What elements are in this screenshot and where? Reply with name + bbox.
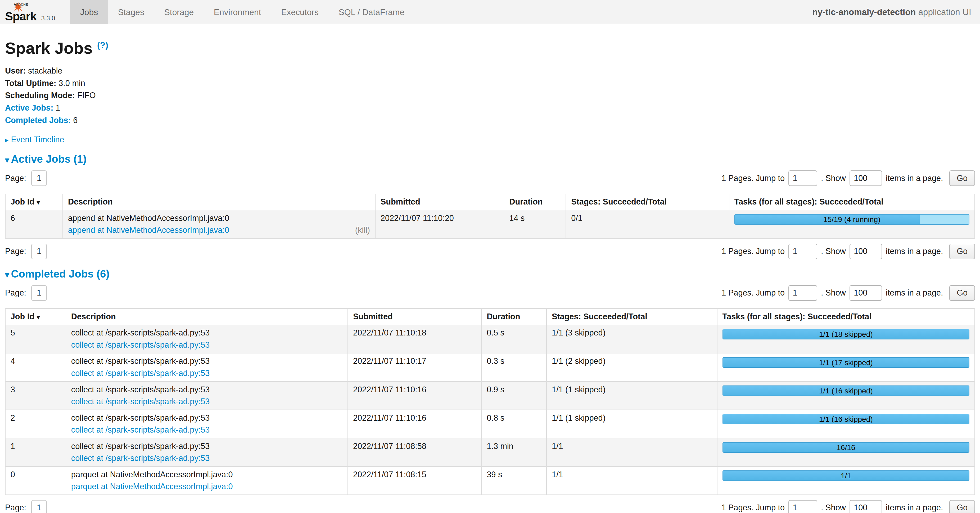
cell-description: collect at /spark-scripts/spark-ad.py:53… bbox=[66, 381, 348, 410]
cell-submitted: 2022/11/07 11:10:16 bbox=[348, 381, 481, 410]
cell-stages: 1/1 bbox=[547, 467, 717, 495]
summary-uptime-label: Total Uptime: bbox=[5, 79, 56, 88]
progress-bar: 16/16 bbox=[722, 442, 970, 453]
col-job-id[interactable]: Job Id ▾ bbox=[5, 308, 66, 325]
col-stages[interactable]: Stages: Succeeded/Total bbox=[566, 194, 729, 210]
show-text: . Show bbox=[821, 246, 846, 256]
tab-executors[interactable]: Executors bbox=[271, 0, 328, 24]
cell-description: parquet at NativeMethodAccessorImpl.java… bbox=[66, 467, 348, 495]
tab-jobs[interactable]: Jobs bbox=[70, 0, 108, 24]
show-text: . Show bbox=[821, 503, 846, 513]
jump-to-page-input[interactable] bbox=[788, 285, 817, 301]
jump-to-page-input[interactable] bbox=[788, 170, 817, 186]
completed-jobs-link[interactable]: Completed Jobs: bbox=[5, 116, 71, 125]
col-job-id[interactable]: Job Id ▾ bbox=[5, 194, 63, 210]
col-description[interactable]: Description bbox=[66, 308, 348, 325]
cell-stages: 1/1 bbox=[547, 438, 717, 467]
cell-job-id: 6 bbox=[5, 210, 63, 238]
summary-active-jobs: Active Jobs: 1 bbox=[5, 103, 975, 113]
summary-user-value: stackable bbox=[28, 66, 62, 75]
col-submitted[interactable]: Submitted bbox=[348, 308, 481, 325]
table-row: 0 parquet at NativeMethodAccessorImpl.ja… bbox=[5, 467, 975, 495]
items-per-page-input[interactable] bbox=[850, 244, 882, 259]
table-row: 1 collect at /spark-scripts/spark-ad.py:… bbox=[5, 438, 975, 467]
expand-right-arrow-icon: ▸ bbox=[5, 136, 8, 144]
items-per-page-input[interactable] bbox=[850, 285, 882, 301]
page-label: Page: bbox=[5, 246, 26, 256]
col-description[interactable]: Description bbox=[63, 194, 375, 210]
cell-job-id: 0 bbox=[5, 467, 66, 495]
cell-duration: 0.3 s bbox=[481, 353, 547, 381]
col-duration[interactable]: Duration bbox=[481, 308, 547, 325]
table-header-row: Job Id ▾ Description Submitted Duration … bbox=[5, 194, 975, 210]
go-button[interactable]: Go bbox=[949, 170, 975, 186]
spark-logo-mark: APACHE Spark bbox=[5, 1, 40, 22]
current-page-button[interactable]: 1 bbox=[31, 244, 47, 259]
cell-submitted: 2022/11/07 11:08:58 bbox=[348, 438, 481, 467]
cell-description: collect at /spark-scripts/spark-ad.py:53… bbox=[66, 353, 348, 381]
table-header-row: Job Id ▾ Description Submitted Duration … bbox=[5, 308, 975, 325]
cell-stages: 1/1 (1 skipped) bbox=[547, 381, 717, 410]
cell-tasks: 1/1 bbox=[717, 467, 975, 495]
progress-label: 15/19 (4 running) bbox=[735, 214, 969, 224]
active-jobs-pagination-top: Page: 1 1 Pages. Jump to . Show items in… bbox=[5, 170, 975, 186]
top-navbar: APACHE Spark 3.3.0 Jobs Stages Storage E… bbox=[0, 0, 980, 24]
current-page-button[interactable]: 1 bbox=[31, 170, 47, 186]
job-description: collect at /spark-scripts/spark-ad.py:53 bbox=[71, 413, 342, 423]
page-title: Spark Jobs (?) bbox=[5, 36, 975, 57]
col-tasks[interactable]: Tasks (for all stages): Succeeded/Total bbox=[717, 308, 975, 325]
collapse-down-arrow-icon: ▾ bbox=[5, 155, 9, 165]
sort-desc-icon: ▾ bbox=[37, 314, 40, 321]
spark-logo[interactable]: APACHE Spark 3.3.0 bbox=[0, 0, 60, 24]
cell-duration: 0.5 s bbox=[481, 325, 547, 353]
active-jobs-link[interactable]: Active Jobs: bbox=[5, 103, 53, 113]
job-description-link[interactable]: collect at /spark-scripts/spark-ad.py:53 bbox=[71, 340, 210, 350]
tab-environment[interactable]: Environment bbox=[204, 0, 271, 24]
job-description: parquet at NativeMethodAccessorImpl.java… bbox=[71, 470, 342, 480]
go-button[interactable]: Go bbox=[949, 244, 975, 259]
job-description-link[interactable]: parquet at NativeMethodAccessorImpl.java… bbox=[71, 482, 233, 491]
progress-label: 1/1 bbox=[723, 471, 969, 480]
tab-storage[interactable]: Storage bbox=[154, 0, 204, 24]
job-description: collect at /spark-scripts/spark-ad.py:53 bbox=[71, 356, 342, 366]
summary-user-label: User: bbox=[5, 66, 25, 75]
go-button[interactable]: Go bbox=[949, 500, 975, 513]
progress-bar: 1/1 (16 skipped) bbox=[722, 386, 970, 396]
current-page-button[interactable]: 1 bbox=[31, 500, 47, 513]
job-description-link[interactable]: collect at /spark-scripts/spark-ad.py:53 bbox=[71, 397, 210, 407]
show-text: . Show bbox=[821, 288, 846, 298]
items-per-page-input[interactable] bbox=[850, 500, 882, 513]
cell-description: append at NativeMethodAccessorImpl.java:… bbox=[63, 210, 375, 238]
go-button[interactable]: Go bbox=[949, 285, 975, 301]
cell-duration: 39 s bbox=[481, 467, 547, 495]
items-per-page-input[interactable] bbox=[850, 170, 882, 186]
summary-completed-value: 6 bbox=[73, 116, 78, 125]
col-submitted[interactable]: Submitted bbox=[375, 194, 504, 210]
help-link[interactable]: (?) bbox=[97, 40, 108, 50]
job-description-link[interactable]: collect at /spark-scripts/spark-ad.py:53 bbox=[71, 368, 210, 378]
col-stages[interactable]: Stages: Succeeded/Total bbox=[547, 308, 717, 325]
spark-wordmark: Spark bbox=[5, 10, 37, 23]
current-page-button[interactable]: 1 bbox=[31, 285, 47, 301]
progress-bar: 1/1 (16 skipped) bbox=[722, 414, 970, 424]
active-jobs-header[interactable]: ▾Active Jobs (1) bbox=[5, 153, 975, 165]
cell-tasks: 1/1 (17 skipped) bbox=[717, 353, 975, 381]
event-timeline-toggle[interactable]: ▸Event Timeline bbox=[5, 135, 975, 145]
col-tasks[interactable]: Tasks (for all stages): Succeeded/Total bbox=[729, 194, 975, 210]
job-description-link[interactable]: collect at /spark-scripts/spark-ad.py:53 bbox=[71, 425, 210, 435]
completed-jobs-header[interactable]: ▾Completed Jobs (6) bbox=[5, 268, 975, 280]
spark-version: 3.3.0 bbox=[41, 15, 55, 22]
tab-stages[interactable]: Stages bbox=[108, 0, 154, 24]
col-duration[interactable]: Duration bbox=[504, 194, 566, 210]
job-description-link[interactable]: append at NativeMethodAccessorImpl.java:… bbox=[68, 226, 229, 235]
cell-tasks: 1/1 (18 skipped) bbox=[717, 325, 975, 353]
jump-to-page-input[interactable] bbox=[788, 244, 817, 259]
tab-sql-dataframe[interactable]: SQL / DataFrame bbox=[329, 0, 414, 24]
kill-link[interactable]: (kill) bbox=[355, 226, 370, 235]
jump-to-page-input[interactable] bbox=[788, 500, 817, 513]
active-jobs-table: Job Id ▾ Description Submitted Duration … bbox=[5, 194, 975, 239]
completed-jobs-table: Job Id ▾ Description Submitted Duration … bbox=[5, 308, 975, 495]
job-description-link[interactable]: collect at /spark-scripts/spark-ad.py:53 bbox=[71, 453, 210, 463]
cell-description: collect at /spark-scripts/spark-ad.py:53… bbox=[66, 438, 348, 467]
progress-bar: 15/19 (4 running) bbox=[734, 214, 970, 225]
